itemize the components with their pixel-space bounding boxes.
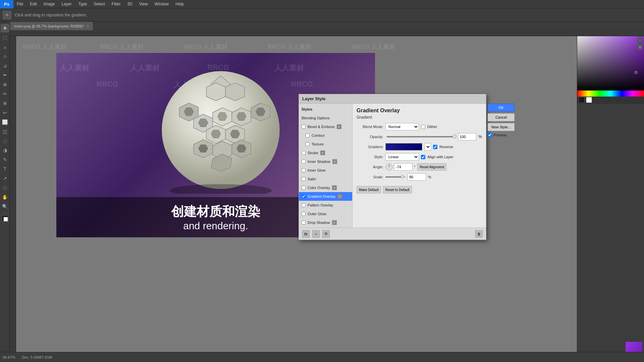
fx-icon[interactable]: fx (302, 230, 310, 238)
footer-delete-icon[interactable]: 🗑 (475, 230, 483, 238)
texture-item[interactable]: Texture (299, 140, 352, 148)
inner-glow-check[interactable] (302, 168, 306, 172)
tool-history-brush[interactable]: ↩ (1, 108, 9, 117)
scale-slider[interactable] (385, 176, 406, 178)
satin-check[interactable] (302, 177, 306, 181)
tab-close-btn[interactable]: × (87, 24, 89, 28)
pattern-overlay-check[interactable] (302, 203, 306, 207)
swatch-white[interactable] (586, 97, 592, 103)
blending-options-item[interactable]: Blending Options (299, 114, 352, 122)
menu-layer[interactable]: Layer (58, 0, 75, 8)
contour-item[interactable]: Contour (299, 131, 352, 140)
inner-glow-item[interactable]: Inner Glow (299, 166, 352, 175)
tool-brush[interactable]: ✏ (1, 89, 9, 98)
drop-shadow-item[interactable]: Drop Shadow + (299, 218, 352, 227)
ok-button[interactable]: OK (488, 104, 515, 112)
outer-glow-item[interactable]: Outer Glow (299, 209, 352, 218)
menu-help[interactable]: Help (172, 0, 187, 8)
tool-clone-stamp[interactable]: ⊕ (1, 99, 9, 108)
menu-window[interactable]: Window (151, 0, 172, 8)
background-color-swatch[interactable] (3, 217, 8, 222)
opacity-slider[interactable] (385, 136, 456, 137)
reverse-check[interactable] (433, 145, 437, 149)
tool-path-select[interactable]: ↗ (1, 174, 9, 183)
bevel-emboss-add[interactable]: + (337, 124, 341, 129)
bevel-emboss-item[interactable]: Bevel & Emboss + (299, 122, 352, 131)
tool-pen[interactable]: ✎ (1, 155, 9, 164)
foreground-color-swatch[interactable] (2, 215, 8, 222)
color-overlay-check[interactable] (302, 186, 306, 190)
tool-gradient[interactable]: ◫ (1, 127, 9, 136)
active-tab[interactable]: moon.png @ 66.7% (background, RGB/8)* × (10, 22, 93, 30)
tool-eyedropper[interactable]: ✒ (1, 71, 9, 79)
opacity-input[interactable] (458, 133, 476, 140)
menu-image[interactable]: Image (40, 0, 58, 8)
tool-crop[interactable]: ⊿ (1, 61, 9, 70)
color-picker[interactable]: ◈ T ▤ (577, 30, 644, 104)
reset-to-default-btn[interactable]: Reset to Default (383, 186, 412, 193)
inner-shadow-add[interactable]: + (332, 159, 337, 164)
gradient-dropdown-btn[interactable]: ▼ (424, 143, 431, 150)
gradient-overlay-item[interactable]: Gradient Overlay + (299, 192, 352, 201)
new-style-button[interactable]: New Style... (488, 123, 515, 131)
opacity-thumb[interactable] (452, 134, 457, 138)
menu-3d[interactable]: 3D (124, 0, 136, 8)
color-tool-3[interactable]: ▤ (637, 44, 643, 50)
tool-hand[interactable]: ✋ (1, 193, 9, 201)
outer-glow-check[interactable] (302, 212, 306, 216)
pattern-overlay-item[interactable]: Pattern Overlay (299, 201, 352, 209)
gradient-overlay-add[interactable]: + (337, 194, 342, 199)
menu-filter[interactable]: Filter (108, 0, 124, 8)
inner-shadow-item[interactable]: Inner Shadow + (299, 157, 352, 166)
drop-shadow-check[interactable] (302, 221, 306, 225)
footer-settings-icon[interactable]: ⚙ (322, 230, 330, 238)
angle-circle[interactable] (385, 163, 393, 171)
scale-thumb[interactable] (401, 175, 404, 178)
stroke-check[interactable] (302, 151, 306, 155)
tool-blur[interactable]: ◌ (1, 136, 9, 145)
menu-type[interactable]: Type (75, 0, 90, 8)
stroke-add[interactable]: + (320, 150, 325, 155)
tool-eraser[interactable]: ⬜ (1, 118, 9, 126)
tool-shape[interactable]: □ (1, 183, 9, 192)
blend-mode-select[interactable]: Normal Multiply Screen (385, 123, 419, 130)
color-overlay-add[interactable]: + (332, 185, 337, 190)
drop-shadow-add[interactable]: + (332, 220, 337, 225)
gradient-preview-bar[interactable] (385, 143, 422, 150)
footer-add-icon[interactable]: + (312, 230, 320, 238)
tool-dodge[interactable]: ◑ (1, 146, 9, 155)
menu-select[interactable]: Select (90, 0, 108, 8)
tool-lasso[interactable]: ⟁ (1, 43, 9, 51)
color-overlay-item[interactable]: Color Overlay + (299, 183, 352, 192)
move-tool-icon[interactable]: ✛ (3, 11, 11, 19)
tool-type[interactable]: T (1, 165, 9, 173)
tool-move[interactable]: ✛ (1, 24, 9, 33)
bevel-emboss-check[interactable] (302, 125, 306, 129)
hue-slider[interactable] (577, 90, 644, 97)
preview-check[interactable] (488, 133, 492, 137)
satin-item[interactable]: Satin (299, 175, 352, 183)
menu-file[interactable]: File (13, 0, 26, 8)
menu-edit[interactable]: Edit (26, 0, 40, 8)
angle-input[interactable] (394, 163, 413, 171)
color-gradient-area[interactable] (577, 30, 644, 90)
inner-shadow-check[interactable] (302, 160, 306, 164)
gradient-overlay-check[interactable] (302, 194, 306, 198)
stroke-item[interactable]: Stroke + (299, 148, 352, 157)
tool-spot-heal[interactable]: ⊗ (1, 80, 9, 89)
swatch-dark[interactable] (579, 97, 585, 103)
dither-check[interactable] (421, 125, 425, 129)
style-select[interactable]: Linear Radial Angle Reflected Diamond (385, 153, 419, 161)
tool-quick-select[interactable]: ⊹ (1, 52, 9, 61)
cancel-button[interactable]: Cancel (488, 113, 515, 121)
contour-check[interactable] (306, 133, 310, 137)
scale-input[interactable] (408, 173, 426, 181)
reset-alignment-btn[interactable]: Reset Alignment (417, 163, 446, 171)
tool-zoom[interactable]: 🔍 (1, 202, 9, 211)
texture-check[interactable] (306, 142, 310, 146)
color-tool-2[interactable]: T (637, 38, 643, 43)
menu-view[interactable]: View (136, 0, 151, 8)
align-layer-check[interactable] (421, 155, 425, 159)
make-default-btn[interactable]: Make Default (357, 186, 381, 193)
tool-select-rect[interactable]: ⬚ (1, 33, 9, 42)
